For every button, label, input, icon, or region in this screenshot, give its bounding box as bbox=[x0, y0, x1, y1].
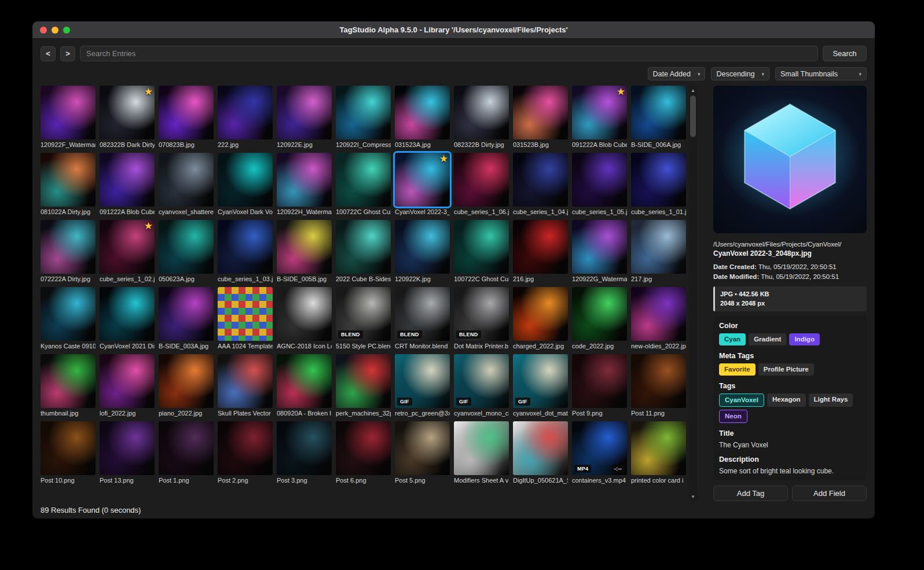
grid-item[interactable]: B-SIDE_006A.jpg bbox=[631, 86, 686, 148]
thumbnail-image[interactable] bbox=[395, 86, 450, 139]
grid-item[interactable]: Post 5.png bbox=[395, 421, 450, 484]
grid-item[interactable]: B-SIDE_005B.jpg bbox=[277, 220, 332, 282]
thumbnail-image[interactable] bbox=[41, 287, 96, 341]
tag-pill[interactable]: Cyan bbox=[719, 333, 746, 345]
thumbnail-image[interactable] bbox=[100, 153, 155, 207]
thumbnail-size-dropdown[interactable]: Small Thumbnails ▾ bbox=[775, 67, 867, 80]
thumbnail-image-selected[interactable]: ★ bbox=[395, 153, 450, 207]
thumbnail-image[interactable]: ★ bbox=[100, 220, 155, 274]
grid-item[interactable]: GIFretro_pc_green@3x bbox=[395, 354, 450, 417]
grid-item[interactable]: Post 2.png bbox=[218, 421, 273, 484]
maximize-button[interactable] bbox=[63, 27, 70, 34]
grid-item[interactable]: code_2022.jpg bbox=[572, 287, 627, 350]
grid-item[interactable]: BLENDDot Matrix Printer.b bbox=[454, 287, 509, 350]
grid-item[interactable]: ★082322B Dark Dirty bbox=[100, 86, 155, 148]
thumbnail-image[interactable] bbox=[572, 287, 627, 341]
thumbnail-image[interactable] bbox=[631, 421, 686, 475]
thumbnail-image[interactable] bbox=[218, 220, 273, 274]
grid-item[interactable]: BLEND5150 Style PC.blend bbox=[336, 287, 391, 350]
thumbnail-image[interactable] bbox=[277, 86, 332, 139]
minimize-button[interactable] bbox=[52, 27, 58, 34]
thumbnail-image[interactable] bbox=[336, 421, 391, 475]
sort-field-dropdown[interactable]: Date Added ▾ bbox=[648, 67, 706, 80]
grid-item[interactable]: 120922I_Compressed bbox=[336, 86, 391, 148]
grid-item[interactable]: 031523B.jpg bbox=[513, 86, 568, 148]
thumbnail-image[interactable] bbox=[218, 354, 273, 408]
thumbnail-image[interactable] bbox=[513, 86, 568, 139]
thumbnail-image[interactable] bbox=[41, 354, 96, 408]
grid-item[interactable]: 091222A Blob Cube bbox=[100, 153, 155, 215]
grid-item[interactable]: cube_series_1_05.j bbox=[572, 153, 627, 215]
thumbnail-image[interactable] bbox=[395, 220, 450, 274]
thumbnail-image[interactable] bbox=[336, 220, 391, 274]
grid-item[interactable]: AAA 1024 Template bbox=[218, 287, 273, 350]
grid-item[interactable]: Post 3.png bbox=[277, 421, 332, 484]
thumbnail-image[interactable] bbox=[513, 153, 568, 207]
thumbnail-image[interactable]: MP4-:-- bbox=[572, 421, 627, 475]
thumbnail-image[interactable] bbox=[454, 421, 509, 475]
thumbnail-image[interactable] bbox=[572, 153, 627, 207]
grid-item[interactable]: Post 1.png bbox=[159, 421, 214, 484]
scrollbar-track[interactable] bbox=[690, 94, 696, 492]
search-input[interactable] bbox=[80, 46, 818, 61]
grid-item[interactable]: 217.jpg bbox=[631, 220, 686, 282]
grid-item[interactable]: MP4-:--containers_v3.mp4 bbox=[572, 421, 627, 484]
grid-item[interactable]: CyanVoxel 2021 Dis bbox=[100, 287, 155, 350]
tag-pill[interactable]: Indigo bbox=[789, 333, 820, 345]
close-button[interactable] bbox=[40, 27, 47, 34]
thumbnail-image[interactable] bbox=[277, 287, 332, 341]
thumbnail-image[interactable] bbox=[454, 86, 509, 139]
grid-item[interactable]: 031523A.jpg bbox=[395, 86, 450, 148]
forward-button[interactable]: > bbox=[60, 46, 75, 61]
grid-item[interactable]: 072222A Dirty.jpg bbox=[41, 220, 96, 282]
thumbnail-image[interactable] bbox=[631, 287, 686, 341]
grid-item[interactable]: cube_series_1_03.j bbox=[218, 220, 273, 282]
grid-item[interactable]: 081022A Dirty.jpg bbox=[41, 153, 96, 215]
thumbnail-image[interactable] bbox=[277, 354, 332, 408]
thumbnail-image[interactable] bbox=[100, 421, 155, 475]
thumbnail-image[interactable] bbox=[159, 220, 214, 274]
grid-item[interactable]: Skull Plates Vector bbox=[218, 354, 273, 417]
grid-item[interactable]: ★cube_series_1_02.j bbox=[100, 220, 155, 282]
grid-item[interactable]: 120922E.jpg bbox=[277, 86, 332, 148]
tag-pill[interactable]: Light Rays bbox=[809, 394, 853, 407]
grid-item[interactable]: 2022 Cube B-Sides bbox=[336, 220, 391, 282]
grid-item[interactable]: 050623A.jpg bbox=[159, 220, 214, 282]
grid-item[interactable]: ★091222A Blob Cube bbox=[572, 86, 627, 148]
grid-item[interactable]: Kyanos Caste 0910: bbox=[41, 287, 96, 350]
grid-item[interactable]: Post 10.png bbox=[41, 421, 96, 484]
grid-item[interactable]: cube_series_1_01.jp bbox=[631, 153, 686, 215]
grid-item[interactable]: ★CyanVoxel 2022-3_ bbox=[395, 153, 450, 215]
thumbnail-image[interactable]: GIF bbox=[395, 354, 450, 408]
grid-item[interactable]: cyanvoxel_shattere bbox=[159, 153, 214, 215]
thumbnail-image[interactable] bbox=[631, 354, 686, 408]
grid-item[interactable]: Post 13.png bbox=[100, 421, 155, 484]
grid-item[interactable]: 100722C Ghost Cub bbox=[336, 153, 391, 215]
thumbnail-image[interactable] bbox=[277, 220, 332, 274]
grid-item[interactable]: cube_series_1_04.j bbox=[513, 153, 568, 215]
thumbnail-image[interactable] bbox=[159, 287, 214, 341]
thumbnail-image[interactable] bbox=[218, 153, 273, 207]
grid-item[interactable]: thumbnail.jpg bbox=[41, 354, 96, 417]
grid-item[interactable]: 100722C Ghost Cub bbox=[454, 220, 509, 282]
grid-item[interactable]: BLENDCRT Monitor.blend bbox=[395, 287, 450, 350]
thumbnail-image[interactable] bbox=[631, 86, 686, 139]
thumbnail-image[interactable] bbox=[100, 354, 155, 408]
thumbnail-image[interactable] bbox=[336, 86, 391, 139]
thumbnail-image[interactable] bbox=[454, 220, 509, 274]
thumbnail-image[interactable] bbox=[513, 220, 568, 274]
thumbnail-image[interactable] bbox=[631, 153, 686, 207]
thumbnail-image[interactable] bbox=[631, 220, 686, 274]
grid-item[interactable]: 080920A - Broken I bbox=[277, 354, 332, 417]
thumbnail-image[interactable] bbox=[159, 421, 214, 475]
grid-item[interactable]: cube_series_1_06.j bbox=[454, 153, 509, 215]
thumbnail-image[interactable] bbox=[100, 287, 155, 341]
tag-pill[interactable]: Neon bbox=[719, 410, 747, 423]
thumbnail-image[interactable] bbox=[513, 287, 568, 341]
grid-item[interactable]: Post 9.png bbox=[572, 354, 627, 417]
tag-pill[interactable]: Favorite bbox=[719, 363, 756, 376]
grid-item[interactable]: Post 11.png bbox=[631, 354, 686, 417]
grid-item[interactable]: Post 6.png bbox=[336, 421, 391, 484]
scroll-up-icon[interactable]: ▲ bbox=[691, 86, 695, 94]
grid-item[interactable]: AGNC-2018 Icon Lo bbox=[277, 287, 332, 350]
